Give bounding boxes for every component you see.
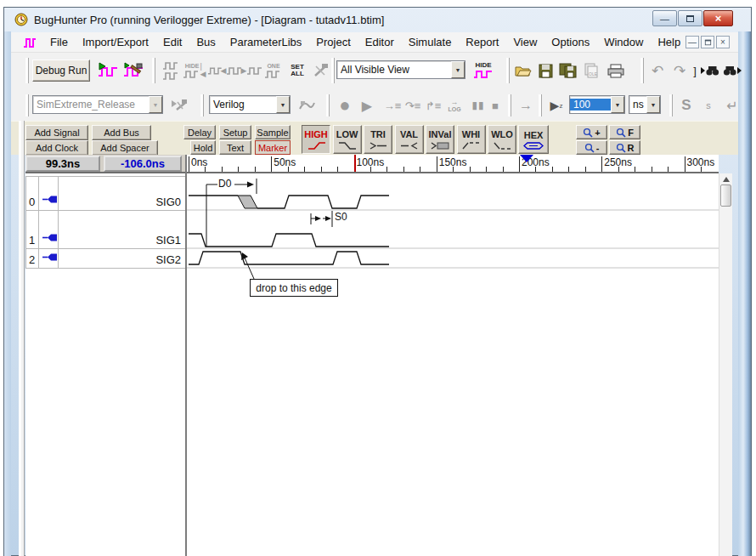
- hex-button[interactable]: HEX: [518, 125, 549, 154]
- text-button[interactable]: Text: [219, 140, 251, 155]
- zoom-out-button[interactable]: -: [576, 140, 607, 155]
- chevron-down-icon[interactable]: ▼: [611, 96, 624, 113]
- signal-name[interactable]: SIG0: [155, 196, 181, 208]
- save-all-icon: [559, 63, 578, 78]
- time-readouts: 99.3ns -106.0ns: [25, 155, 185, 173]
- hex-bus-icon: [523, 142, 544, 150]
- time-unit-combo[interactable]: ns ▼: [629, 95, 661, 114]
- chevron-down-icon[interactable]: ▼: [646, 96, 660, 113]
- title-bar: BugHunter Pro (running Verilogger Extrem…: [4, 8, 738, 32]
- zoom-full-button[interactable]: F: [609, 125, 640, 139]
- menu-simulate[interactable]: Simulate: [404, 33, 456, 51]
- sig0-wave: [257, 196, 389, 208]
- signal-index: 1: [25, 234, 38, 247]
- delta-time-readout[interactable]: -106.0ns: [104, 156, 182, 172]
- scroll-up-icon[interactable]: [723, 177, 730, 182]
- menu-project[interactable]: Project: [312, 33, 354, 51]
- hide-view-button[interactable]: HIDE: [471, 59, 496, 82]
- minimize-button[interactable]: —: [652, 10, 677, 26]
- toolbar-separator: [200, 94, 204, 116]
- signal-row[interactable]: 2 SIG2: [25, 248, 185, 268]
- save-state-large-icon: S: [680, 94, 693, 116]
- menu-edit[interactable]: Edit: [159, 33, 186, 51]
- signal-row[interactable]: 1 SIG1: [25, 210, 185, 248]
- mdi-close-button[interactable]: ×: [716, 36, 730, 48]
- waveform-canvas[interactable]: D0 S0 drop to this edge: [187, 173, 719, 556]
- menu-parameterlibs[interactable]: ParameterLibs: [226, 33, 307, 51]
- ruler-tick: [585, 167, 586, 172]
- simulator-toolbar: SimExtreme_Release ▼ Verilog ▼ ● ▶ →≡ ↷≡…: [11, 88, 738, 121]
- pen-wave-gray-icon: [298, 99, 315, 112]
- signal-row[interactable]: 0 SIG0: [25, 176, 185, 210]
- maximize-button[interactable]: [678, 10, 702, 26]
- view-filter-combo[interactable]: All Visible View ▼: [336, 60, 465, 79]
- zoom-label: R: [628, 143, 635, 153]
- menu-bus[interactable]: Bus: [192, 33, 219, 51]
- save-all-button[interactable]: [557, 60, 579, 81]
- signal-name[interactable]: SIG1: [155, 234, 181, 247]
- run-for-time-icon[interactable]: ▶z: [547, 94, 566, 116]
- add-clock-button[interactable]: Add Clock: [25, 140, 88, 156]
- run-time-value[interactable]: 100: [570, 99, 611, 111]
- menu-editor[interactable]: Editor: [361, 33, 398, 51]
- state-low-button[interactable]: LOW: [333, 125, 362, 154]
- run-simulation-icon[interactable]: [96, 60, 120, 82]
- panel-grip[interactable]: [19, 121, 25, 556]
- hold-button[interactable]: Hold: [190, 140, 216, 155]
- signal-name[interactable]: SIG2: [155, 253, 181, 266]
- state-val-button[interactable]: VAL: [395, 125, 424, 154]
- set-all-button[interactable]: SETALL: [284, 58, 311, 83]
- state-whi-button[interactable]: WHI: [457, 125, 486, 154]
- menu-file[interactable]: File: [46, 33, 72, 51]
- menu-view[interactable]: View: [509, 33, 541, 51]
- language-value: Verilog: [210, 99, 276, 111]
- menu-options[interactable]: Options: [547, 33, 594, 51]
- print-button[interactable]: [605, 60, 627, 81]
- cursor-time-readout[interactable]: 99.3ns: [25, 156, 100, 172]
- sample-button[interactable]: Sample: [255, 125, 291, 139]
- mdi-restore-button[interactable]: [701, 36, 714, 48]
- sig0-uncertain-region[interactable]: [238, 196, 257, 208]
- rebuild-run-icon[interactable]: [121, 60, 145, 82]
- debug-run-button[interactable]: Debug Run: [32, 60, 90, 82]
- language-combo[interactable]: Verilog ▼: [209, 95, 291, 114]
- vertical-scrollbar[interactable]: [719, 173, 732, 556]
- delay-button[interactable]: Delay: [183, 125, 216, 139]
- zoom-label: +: [595, 128, 600, 138]
- find-next-button[interactable]: [722, 60, 742, 82]
- ruler-tick: [321, 167, 322, 172]
- add-bus-button[interactable]: Add Bus: [92, 125, 151, 140]
- build-settings-icon: [168, 95, 190, 116]
- scrollbar-thumb[interactable]: [720, 184, 731, 207]
- delay-annotation-label[interactable]: D0: [217, 178, 232, 190]
- add-spacer-button[interactable]: Add Spacer: [92, 140, 158, 156]
- bracket-glyph: ]: [691, 60, 698, 82]
- state-high-button[interactable]: HIGH: [302, 125, 330, 154]
- menu-report[interactable]: Report: [461, 33, 503, 51]
- marker-button[interactable]: Marker: [255, 140, 291, 155]
- time-marker-icon[interactable]: [520, 155, 533, 162]
- menu-help[interactable]: Help: [653, 33, 685, 51]
- state-wlo-button[interactable]: WLO: [488, 125, 516, 154]
- state-tri-button[interactable]: TRI: [364, 125, 392, 154]
- chevron-down-icon[interactable]: ▼: [451, 61, 465, 78]
- time-ruler[interactable]: 0ns50ns100ns150ns200ns250ns300ns: [187, 155, 719, 173]
- state-inval-button[interactable]: INVal: [426, 125, 454, 154]
- open-file-button[interactable]: [513, 60, 533, 81]
- menu-importexport[interactable]: Import/Export: [78, 33, 153, 51]
- state-label: WHI: [462, 129, 480, 139]
- toolbar-grip[interactable]: [25, 94, 29, 116]
- close-button[interactable]: ×: [703, 10, 733, 26]
- menu-window[interactable]: Window: [600, 33, 647, 51]
- setup-button[interactable]: Setup: [219, 125, 251, 139]
- run-time-combo[interactable]: 100 ▼: [569, 95, 625, 114]
- mdi-minimize-button[interactable]: —: [685, 36, 699, 48]
- chevron-down-icon[interactable]: ▼: [276, 96, 290, 113]
- zoom-range-button[interactable]: R: [609, 140, 640, 155]
- add-signal-button[interactable]: Add Signal: [25, 125, 88, 140]
- toolbar-grip[interactable]: [25, 58, 29, 83]
- setup-annotation-label[interactable]: S0: [334, 211, 348, 223]
- save-button[interactable]: [535, 60, 556, 81]
- zoom-in-button[interactable]: +: [576, 125, 607, 139]
- find-previous-button[interactable]: [700, 60, 720, 82]
